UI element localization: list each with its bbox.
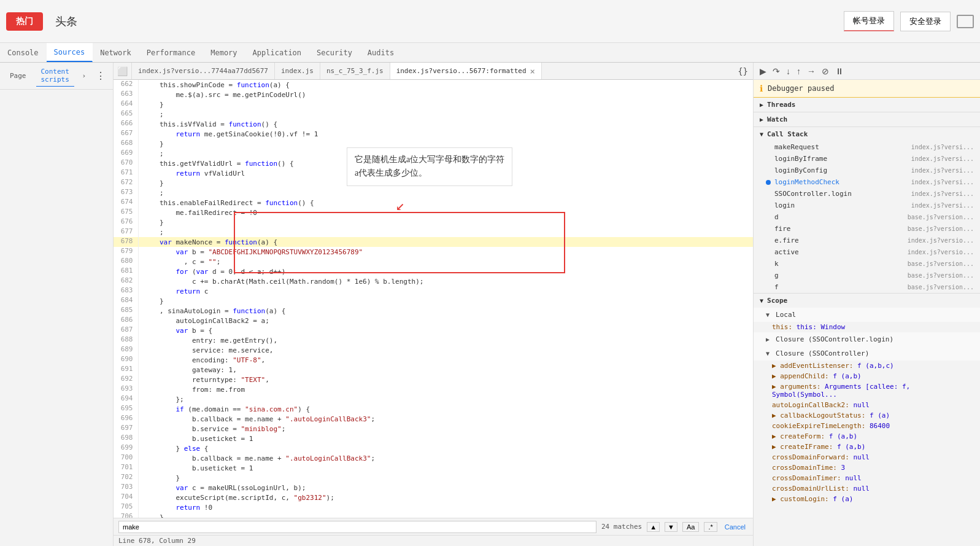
tab-performance[interactable]: Performance [139,43,203,62]
line-number: 662 [114,80,138,90]
tab-audits[interactable]: Audits [360,43,402,62]
closure2-header[interactable]: ▼ Closure (SSOController) [754,346,980,361]
line-number: 691 [114,365,138,375]
line-number: 669 [114,149,138,158]
callstack-item[interactable]: e.fireindex.js?versio... [754,235,980,246]
tab-console[interactable]: Console [0,43,47,62]
code-line: 680 , c = ""; [114,257,753,267]
callstack-item[interactable]: loginByConfigindex.js?versi... [754,165,980,176]
debugger-paused-banner: ℹ Debugger paused [754,80,980,98]
search-next-button[interactable]: ▼ [665,522,677,532]
resume-button[interactable]: ▶ [758,65,768,77]
code-text: } else { [138,443,753,453]
paused-label: Debugger paused [768,84,834,93]
line-number: 682 [114,276,138,286]
code-line: 677 ; [114,227,753,237]
tab-application[interactable]: Application [245,43,309,62]
account-login-button[interactable]: 帐号登录 [844,11,894,31]
code-line: 667 return me.getSinaCookie(!0).vf != 1 [114,129,753,139]
step-button[interactable]: → [806,65,817,77]
code-line: 666 this.isVfValid = function() { [114,119,753,129]
scope-item: crossDomainTimer: null [754,473,980,483]
line-number: 687 [114,326,138,335]
code-line: 686 autoLoginCallBack2 = a; [114,316,753,326]
line-number: 679 [114,247,138,257]
code-text: b.useticket = 1 [138,434,753,443]
callstack-item[interactable]: fbase.js?version... [754,281,980,293]
tab-page[interactable]: Page [5,69,31,82]
format-toggle[interactable]: {} [733,63,753,79]
line-number: 678 [114,237,138,247]
scope-section[interactable]: ▼ Scope ▼ Local this: this: Window ▶ Clo… [754,294,980,546]
step-into-button[interactable]: ↓ [785,65,792,77]
step-out-button[interactable]: ↑ [795,65,802,77]
callstack-header[interactable]: ▼ Call Stack [754,127,980,141]
scope-header[interactable]: ▼ Scope [754,294,980,308]
watch-header[interactable]: ▶ Watch [754,112,980,127]
scope-chevron-icon: ▼ [760,297,763,304]
search-prev-button[interactable]: ▲ [647,522,660,532]
callstack-item[interactable]: dbase.js?version... [754,211,980,223]
callstack-item[interactable]: loginindex.js?versi... [754,200,980,211]
line-number: 695 [114,404,138,414]
code-line: 673 ; [114,188,753,198]
tab-security[interactable]: Security [309,43,360,62]
code-text: autoLoginCallBack2 = a; [138,316,753,326]
file-tab-4[interactable]: index.js?versio...5677:formatted × [390,63,542,79]
chevron-right-icon[interactable]: › [79,71,88,81]
callstack-item[interactable]: loginMethodCheckindex.js?versi... [754,176,980,188]
callstack-item[interactable]: firebase.js?version... [754,223,980,235]
line-number: 675 [114,208,138,217]
tab-sources[interactable]: Sources [47,43,93,62]
callstack-item[interactable]: kbase.js?version... [754,258,980,270]
code-line: 691 gateway: 1, [114,365,753,375]
line-number: 692 [114,375,138,384]
search-cancel-button[interactable]: Cancel [722,523,748,531]
line-number: 680 [114,257,138,267]
code-line: 684 } [114,296,753,306]
code-line: 693 from: me.from [114,384,753,394]
tab-memory[interactable]: Memory [203,43,245,62]
line-number: 670 [114,158,138,168]
search-input[interactable] [118,521,596,533]
callstack-item[interactable]: loginByIframeindex.js?versi... [754,153,980,165]
line-number: 681 [114,267,138,276]
code-table: 662 this.showPinCode = function(a) {663 … [114,80,753,518]
file-tab-1[interactable]: index.js?versio...7744aa77dd5677 [132,63,275,79]
secure-login-button[interactable]: 安全登录 [900,12,951,31]
more-menu-icon[interactable]: ⋮ [93,69,108,83]
callstack-item[interactable]: makeRequestindex.js?versi... [754,141,980,153]
code-text: me.$(a).src = me.getPinCodeUrl() [138,90,753,99]
callstack-item[interactable]: activeindex.js?versio... [754,246,980,258]
scope-item: ▶ addEventListenser: f (a,b,c) [754,361,980,371]
code-text: gateway: 1, [138,365,753,375]
code-line: 692 returntype: "TEXT", [114,375,753,384]
code-text: encoding: "UTF-8", [138,355,753,365]
closure1-header[interactable]: ▶ Closure (SSOController.login) [754,332,980,346]
deactivate-breakpoints-button[interactable]: ⊘ [820,65,830,77]
code-area[interactable]: 它是随机生成a位大写字母和数字的字符 a代表生成多少位。 ↙ 662 this.… [114,80,753,518]
code-line: 688 entry: me.getEntry(), [114,335,753,345]
scope-item: ▶ createForm: f (a,b) [754,431,980,442]
callstack-item[interactable]: gbase.js?version... [754,270,980,281]
tab-network[interactable]: Network [93,43,139,62]
code-text: service: me.service, [138,345,753,355]
regex-button[interactable]: .* [704,522,717,532]
hot-button[interactable]: 热门 [6,12,43,31]
file-tab-3[interactable]: ns_c_75_3_f.js [320,63,390,79]
site-title: 头条 [55,14,77,29]
code-line: 702 } [114,473,753,483]
tab-content-scripts[interactable]: Content scripts [36,65,75,87]
callstack-item[interactable]: SSOController.loginindex.js?versi... [754,188,980,200]
step-over-button[interactable]: ↷ [771,65,781,77]
pause-on-exceptions-button[interactable]: ⏸ [834,65,845,77]
file-icon: ⬜ [117,66,128,76]
local-header[interactable]: ▼ Local [754,308,980,322]
callstack-section: ▼ Call Stack makeRequestindex.js?versi..… [754,127,980,294]
file-tab-close-icon[interactable]: × [530,67,535,76]
code-text: , sinaAutoLogin = function(a) { [138,306,753,316]
threads-header[interactable]: ▶ Threads [754,98,980,112]
line-number: 667 [114,129,138,139]
match-case-button[interactable]: Aa [682,522,699,532]
file-tab-2[interactable]: index.js [275,63,320,79]
